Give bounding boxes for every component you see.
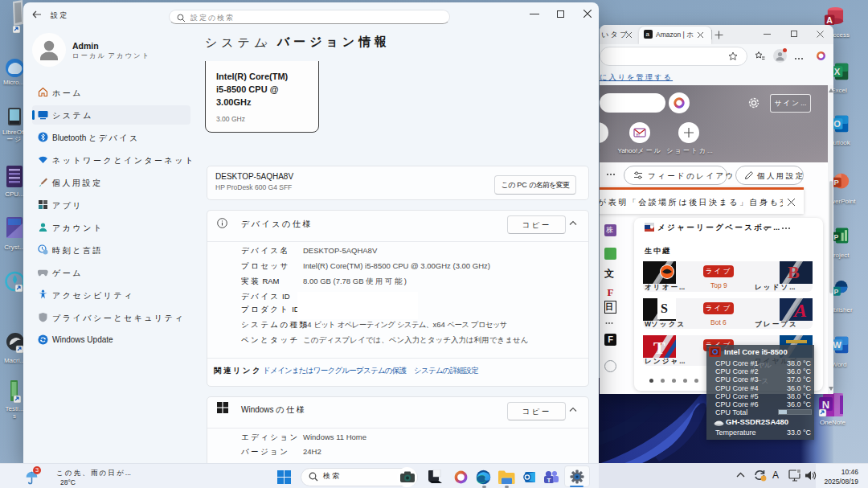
svg-text:T: T [653,338,665,358]
svg-text:A: A [792,300,807,321]
svg-text:O: O [833,119,841,129]
svg-text:Y!: Y! [636,133,640,137]
svg-text:W: W [833,340,841,350]
svg-text:A: A [826,15,833,25]
svg-text:T: T [547,477,551,484]
svg-text:N: N [822,399,829,411]
svg-text:X: X [834,67,841,76]
svg-text:P: P [833,288,838,296]
svg-text:P: P [833,233,838,241]
svg-text:P: P [834,178,839,187]
svg-text:B: B [788,262,800,282]
svg-text:S: S [661,301,668,315]
